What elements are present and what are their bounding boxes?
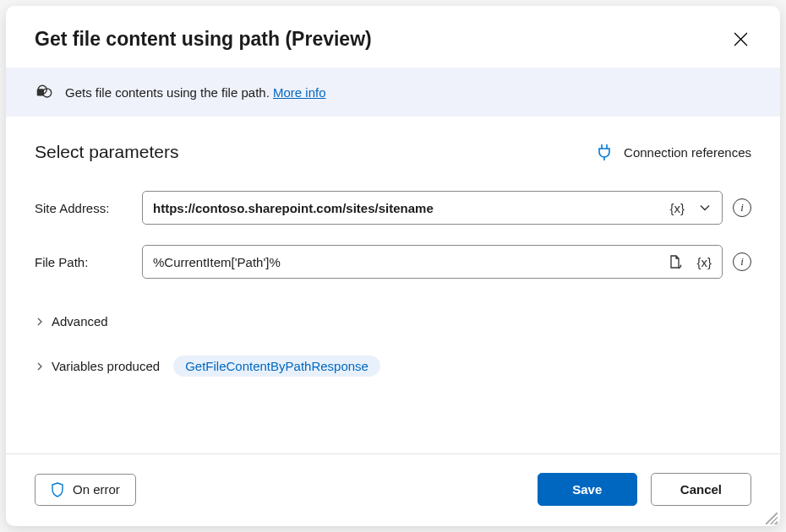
plug-icon <box>597 144 612 160</box>
site-address-info-button[interactable]: i <box>733 198 751 217</box>
banner-text: Gets file contents using the file path. … <box>65 85 326 100</box>
connection-references-label: Connection references <box>624 145 751 160</box>
advanced-expander[interactable]: Advanced <box>35 314 751 328</box>
chevron-right-icon <box>35 361 45 372</box>
dialog-footer: On error Save Cancel <box>6 453 780 526</box>
body-top-row: Select parameters Connection references <box>35 142 751 162</box>
dropdown-button[interactable] <box>695 199 715 216</box>
info-icon: i <box>740 201 744 214</box>
resize-grip[interactable] <box>766 513 778 524</box>
on-error-button[interactable]: On error <box>35 474 136 506</box>
sharepoint-icon: S <box>35 83 53 101</box>
param-row-file-path: File Path: {x} i <box>35 245 751 279</box>
advanced-label: Advanced <box>52 314 108 328</box>
select-parameters-heading: Select parameters <box>35 142 178 162</box>
dialog-body: Select parameters Connection references … <box>6 117 780 453</box>
file-picker-icon <box>668 254 683 269</box>
close-button[interactable] <box>730 29 751 50</box>
variables-produced-label: Variables produced <box>52 359 160 373</box>
variables-produced-expander[interactable]: Variables produced GetFileContentByPathR… <box>35 356 751 377</box>
save-button[interactable]: Save <box>538 473 637 506</box>
cancel-button[interactable]: Cancel <box>651 473 751 506</box>
variable-chip[interactable]: GetFileContentByPathResponse <box>173 356 380 377</box>
file-path-input-wrap: {x} <box>142 245 723 279</box>
file-path-info-button[interactable]: i <box>733 252 751 271</box>
dialog-title: Get file content using path (Preview) <box>35 28 372 51</box>
info-icon: i <box>740 255 744 269</box>
footer-right: Save Cancel <box>538 473 751 506</box>
chevron-down-icon <box>698 201 712 214</box>
file-path-label: File Path: <box>35 255 132 269</box>
more-info-link[interactable]: More info <box>273 85 326 100</box>
variable-token-button[interactable]: {x} <box>666 199 688 217</box>
connection-references-button[interactable]: Connection references <box>597 144 751 160</box>
param-row-site-address: Site Address: {x} i <box>35 191 751 225</box>
file-picker-button[interactable] <box>664 252 686 271</box>
variable-token-button[interactable]: {x} <box>693 253 715 271</box>
site-address-label: Site Address: <box>35 201 132 215</box>
chevron-right-icon <box>35 317 45 327</box>
action-dialog: Get file content using path (Preview) S … <box>6 6 780 526</box>
on-error-label: On error <box>73 482 120 497</box>
close-icon <box>734 32 748 46</box>
svg-text:S: S <box>39 90 42 95</box>
site-address-input-wrap: {x} <box>142 191 723 225</box>
site-address-input[interactable] <box>153 201 666 215</box>
dialog-header: Get file content using path (Preview) <box>6 6 780 68</box>
info-banner: S Gets file contents using the file path… <box>6 68 780 117</box>
file-path-input[interactable] <box>153 255 664 269</box>
shield-icon <box>51 482 64 497</box>
